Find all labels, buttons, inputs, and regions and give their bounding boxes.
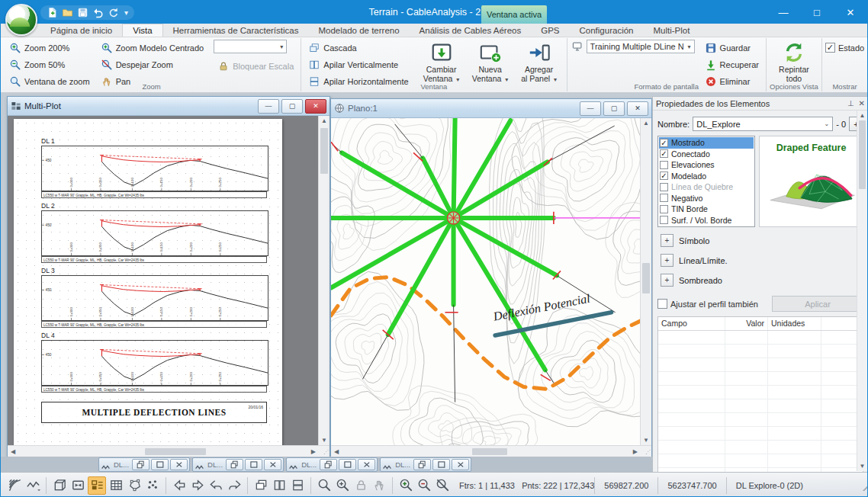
- ribbon-tab-multi-plot[interactable]: Multi-Plot: [643, 24, 699, 37]
- minimized-tab-restore-button[interactable]: [132, 459, 149, 470]
- minimized-tab-close-button[interactable]: [170, 459, 188, 470]
- mag2-icon[interactable]: [316, 477, 333, 494]
- plano-vertical-scrollbar[interactable]: ▲ ▼: [640, 118, 651, 445]
- profile-plot[interactable]: 4500+0000+0500+1000+1500+2000+250: [41, 210, 276, 256]
- polygon-icon[interactable]: [126, 477, 143, 494]
- multiplot-titlebar[interactable]: Multi-Plot — ▢ ✕: [8, 97, 330, 116]
- expand-plus-icon[interactable]: +: [661, 274, 674, 287]
- minimized-tab-maximize-button[interactable]: [432, 459, 450, 470]
- multiplot-maximize-button[interactable]: ▢: [281, 99, 303, 114]
- cascade2-icon[interactable]: [252, 477, 269, 494]
- minimized-window-tab-1[interactable]: DL...: [98, 457, 190, 472]
- column-header-unidades[interactable]: Unidades: [768, 317, 821, 330]
- tableic-icon[interactable]: [108, 477, 124, 494]
- flag-elevaciones[interactable]: Elevaciones: [659, 159, 754, 171]
- ribbon-tab-p-gina-de-inicio[interactable]: Página de inicio: [40, 24, 122, 37]
- tv-icon[interactable]: [69, 477, 86, 494]
- section-l-nea-l-mite-[interactable]: +Línea/Límite.: [661, 254, 860, 267]
- minimized-tab-close-button[interactable]: [452, 459, 469, 470]
- minimized-tab-close-button[interactable]: [264, 459, 281, 470]
- cube-icon[interactable]: [51, 477, 68, 494]
- zoom-clear-icon[interactable]: [434, 477, 451, 494]
- multiplot-close-button[interactable]: ✕: [305, 99, 326, 114]
- ribbon-tab-herramientas-de-caracter-sticas[interactable]: Herramientas de Características: [163, 24, 309, 37]
- minimized-window-tab-2[interactable]: DL...: [192, 457, 284, 472]
- window-apilar-verticalmente-button[interactable]: Apilar Verticalmente: [304, 56, 412, 72]
- mag2-plus-icon[interactable]: [334, 477, 351, 494]
- properties-scrollbar[interactable]: ▲ ▼: [857, 111, 867, 471]
- minimized-tab-maximize-button[interactable]: [245, 459, 262, 470]
- arrow-fwd-icon[interactable]: [226, 477, 243, 494]
- ribbon-tab-vista[interactable]: Vista: [122, 24, 162, 37]
- adjust-profile-checkbox[interactable]: Ajustar el perfil también: [657, 299, 758, 309]
- app-logo-icon[interactable]: [5, 4, 37, 36]
- fan-icon[interactable]: [6, 477, 23, 494]
- zoom-in-icon[interactable]: [397, 477, 414, 494]
- folder-open-icon[interactable]: [62, 7, 73, 18]
- scale-dropdown[interactable]: ▾: [214, 40, 287, 53]
- plano-horizontal-scrollbar[interactable]: ◀ ▶ ⋰: [331, 445, 651, 457]
- lock-scale-button[interactable]: Bloquear Escala: [214, 58, 297, 74]
- multiplot-vertical-scrollbar[interactable]: ▲ ▼: [318, 116, 330, 445]
- format-recuperar-button[interactable]: Recuperar: [701, 56, 763, 72]
- flag-modelado[interactable]: ✓Modelado: [659, 171, 754, 182]
- zoom-zoom-modelo-centrado-button[interactable]: Zoom Modelo Centrado: [97, 40, 208, 56]
- minimized-tab-restore-button[interactable]: [226, 459, 243, 470]
- profile-plot[interactable]: 4500+0000+0500+1000+1500+2000+250: [41, 275, 276, 321]
- repaint-all-button[interactable]: Repintar todo: [770, 40, 818, 85]
- minimize-button[interactable]: —: [767, 1, 800, 24]
- minimized-tab-restore-button[interactable]: [413, 459, 431, 470]
- ribbon-tab-configuraci-n[interactable]: Configuración: [570, 24, 644, 37]
- minimized-tab-close-button[interactable]: [358, 459, 375, 470]
- minimized-window-tab-4[interactable]: DL...: [380, 457, 471, 472]
- plano-maximize-button[interactable]: ▢: [603, 101, 625, 116]
- ribbon-tab-gps[interactable]: GPS: [531, 24, 569, 37]
- resize-grip[interactable]: [863, 480, 868, 491]
- profile-plot[interactable]: 4500+0000+0500+1000+1500+2000+250: [41, 340, 276, 386]
- save-icon[interactable]: [77, 7, 88, 18]
- flag-mostrado[interactable]: ✓Mostrado: [659, 137, 754, 149]
- cambiar-ventana-button[interactable]: CambiarVentana ▾: [417, 40, 466, 85]
- refresh-icon[interactable]: [108, 7, 119, 18]
- dots-icon[interactable]: [144, 477, 161, 494]
- panels-icon[interactable]: [88, 476, 106, 495]
- tileh2-icon[interactable]: [289, 477, 306, 494]
- arrow-right-icon[interactable]: [189, 477, 206, 494]
- file-new-icon[interactable]: [47, 7, 58, 18]
- window-cascada-button[interactable]: Cascada: [304, 40, 412, 56]
- screen-format-dropdown[interactable]: Training Multiple DLine N ▾: [587, 40, 695, 53]
- minimized-tab-maximize-button[interactable]: [339, 459, 356, 470]
- plano-titlebar[interactable]: Plano:1 — ▢ ✕: [331, 99, 651, 118]
- zoom-zoom-200%-button[interactable]: Zoom 200%: [5, 40, 94, 56]
- plano-minimize-button[interactable]: —: [580, 101, 601, 116]
- flag-tin-borde[interactable]: TIN Borde: [659, 204, 754, 215]
- apply-button[interactable]: Aplicar: [772, 296, 863, 312]
- estado-checkbox[interactable]: ✓ Estado: [825, 43, 864, 53]
- section-s-mbolo[interactable]: +Símbolo: [661, 234, 860, 247]
- arrow-back-icon[interactable]: [207, 477, 224, 494]
- agregar-al-panel-button[interactable]: Agregaral Panel ▾: [515, 40, 564, 85]
- multiplot-minimize-button[interactable]: —: [258, 99, 279, 114]
- flag-conectado[interactable]: ✓Conectado: [659, 149, 754, 160]
- expand-plus-icon[interactable]: +: [661, 234, 674, 247]
- plano-close-button[interactable]: ✕: [627, 101, 648, 116]
- qat-customize-icon[interactable]: ▾: [124, 8, 128, 17]
- close-button[interactable]: ✕: [834, 1, 867, 24]
- ribbon-tab-an-lisis-de-cables-a-reos[interactable]: Análisis de Cables Aéreos: [410, 24, 532, 37]
- expand-plus-icon[interactable]: +: [661, 254, 674, 267]
- contextual-tab-header[interactable]: Ventana activa: [481, 5, 547, 24]
- zoom-out-icon[interactable]: [416, 477, 432, 494]
- column-header-valor[interactable]: Valor: [725, 317, 768, 330]
- profile-plot[interactable]: 4500+0000+0500+1000+1500+2000+250: [41, 146, 276, 191]
- pin-icon[interactable]: ⊥: [847, 99, 854, 107]
- flag-l-nea-de-quiebre[interactable]: Línea de Quiebre: [659, 181, 754, 193]
- format-guardar-button[interactable]: Guardar: [701, 40, 763, 56]
- column-header-campo[interactable]: Campo: [658, 317, 725, 330]
- flag-surf-vol-borde[interactable]: Surf. / Vol. Borde: [659, 215, 754, 226]
- minimized-window-tab-3[interactable]: DL...: [286, 457, 378, 472]
- feature-name-combobox[interactable]: DL_Explore ⌄: [693, 117, 833, 131]
- minimized-tab-restore-button[interactable]: [320, 459, 337, 470]
- flag-negativo[interactable]: Negativo: [659, 193, 754, 204]
- section-sombreado[interactable]: +Sombreado: [661, 274, 860, 287]
- ribbon-tab-modelado-de-terreno[interactable]: Modelado de terreno: [308, 24, 409, 37]
